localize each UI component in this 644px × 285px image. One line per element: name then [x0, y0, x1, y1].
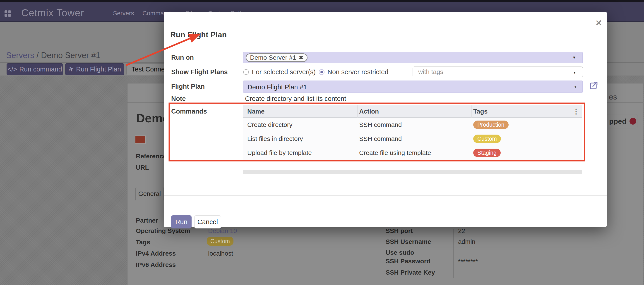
ipv6-label: IPv6 Address: [136, 261, 176, 269]
optional-columns-icon[interactable]: ⋮: [573, 107, 580, 115]
external-link-icon[interactable]: [588, 81, 598, 91]
tags-label: Tags: [136, 239, 150, 246]
test-connection-button[interactable]: Test Conne: [126, 63, 168, 75]
run-button[interactable]: Run: [171, 215, 192, 229]
dialog-header-divider: [164, 34, 607, 34]
note-label: Note: [171, 95, 186, 102]
close-icon[interactable]: ✕: [593, 18, 604, 28]
run-flight-plan-button[interactable]: ✈ Run Flight Plan: [65, 63, 124, 75]
run-command-button[interactable]: </> Run command: [6, 63, 63, 75]
ssh-password-value: ********: [458, 258, 478, 265]
server-tag[interactable]: Demo Server #1 ✖: [246, 53, 308, 62]
reference-label: Reference: [136, 153, 166, 160]
table-row[interactable]: Upload file by template Create file usin…: [243, 146, 582, 160]
plane-icon: ✈: [67, 65, 75, 74]
app-brand[interactable]: Cetmix Tower: [21, 7, 84, 18]
tab-general[interactable]: General: [136, 187, 164, 200]
ipv4-value: localhost: [208, 250, 233, 257]
server-color-swatch[interactable]: [135, 135, 146, 144]
dialog-title: Run Flight Plan: [170, 30, 227, 39]
run-flight-plan-dialog: Run Flight Plan ✕ Run on Demo Server #1 …: [164, 12, 607, 227]
radio-for-selected-servers[interactable]: [243, 69, 249, 75]
use-sudo-label: Use sudo: [386, 249, 414, 256]
show-flight-plans-label: Show Flight Plans: [171, 68, 228, 76]
breadcrumb-separator: /: [34, 51, 41, 60]
right-col-divider: [453, 229, 454, 278]
table-row[interactable]: List files in directory SSH command Cust…: [243, 132, 582, 146]
run-on-caret-icon[interactable]: ▼: [572, 55, 576, 60]
ssh-password-label: SSH Password: [386, 258, 430, 265]
dialog-footer-divider: [164, 195, 607, 196]
ssh-username-value: admin: [458, 238, 475, 246]
ssh-port-label: SSH port: [386, 227, 413, 235]
code-icon: </>: [8, 66, 17, 73]
flight-plan-label: Flight Plan: [171, 83, 205, 90]
run-on-label: Run on: [171, 54, 194, 61]
cancel-button[interactable]: Cancel: [194, 215, 221, 229]
ssh-private-key-label: SSH Private Key: [386, 269, 435, 276]
stat-button-partial[interactable]: es: [609, 92, 617, 101]
radio-for-selected-servers-label[interactable]: For selected server(s): [252, 68, 316, 76]
col-header-name[interactable]: Name: [247, 108, 264, 115]
col-header-action[interactable]: Action: [359, 108, 379, 115]
screen: Cetmix Tower Servers Commands Files Tool…: [0, 0, 644, 285]
flight-plan-field[interactable]: Demo Flight Plan #1 ▼: [243, 80, 583, 93]
tags-value-badge[interactable]: Custom: [207, 237, 234, 246]
commands-label: Commands: [171, 108, 207, 115]
note-value: Create directory and list its content: [245, 95, 346, 102]
url-label: URL: [136, 164, 149, 171]
server-status-button[interactable]: pped: [606, 114, 638, 128]
status-text-partial: pped: [609, 117, 626, 126]
commands-table-header: Name Action Tags ⋮: [243, 105, 582, 118]
ssh-port-value: 22: [458, 227, 465, 235]
radio-non-server-restricted-label[interactable]: Non server restricted: [328, 68, 388, 76]
col-header-tags[interactable]: Tags: [473, 108, 488, 115]
left-col-divider: [203, 226, 203, 270]
apps-menu-icon[interactable]: [3, 9, 12, 18]
run-on-field[interactable]: Demo Server #1 ✖ ▼: [243, 52, 583, 63]
table-horizontal-scrollbar[interactable]: [243, 170, 582, 174]
tag-remove-icon[interactable]: ✖: [299, 55, 303, 61]
breadcrumb: Servers / Demo Server #1: [6, 51, 100, 60]
with-tags-caret-icon: ▼: [573, 71, 576, 74]
table-row[interactable]: Create directory SSH command Production: [243, 118, 582, 132]
breadcrumb-servers-link[interactable]: Servers: [6, 51, 34, 60]
nav-item-servers[interactable]: Servers: [113, 10, 134, 17]
partner-label: Partner: [136, 217, 158, 224]
tag-badge: Production: [473, 121, 508, 129]
label-field-divider: [239, 53, 239, 179]
window-top-strip: [0, 0, 644, 2]
radio-non-server-restricted[interactable]: [319, 69, 324, 75]
ssh-username-label: SSH Username: [386, 238, 431, 246]
tag-badge: Staging: [473, 149, 501, 157]
with-tags-select[interactable]: with tags ▼: [412, 66, 583, 77]
breadcrumb-record: Demo Server #1: [41, 51, 100, 60]
ipv4-label: IPv4 Address: [136, 250, 176, 257]
tag-badge: Custom: [473, 135, 501, 143]
status-stopped-dot: [630, 118, 636, 125]
flight-plan-caret-icon: ▼: [574, 85, 577, 89]
